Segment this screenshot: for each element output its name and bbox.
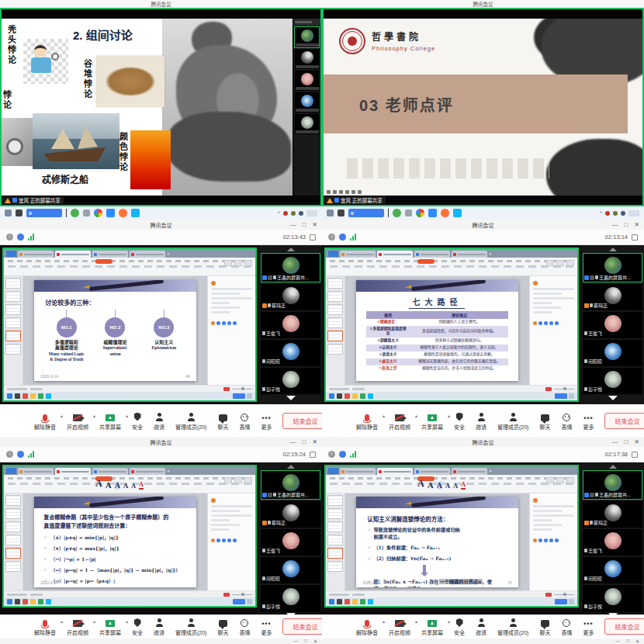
participant-sidebar[interactable]: 王晶的屏幕共... 蔡玛正 王俊飞 问晓晓 彭子悦	[259, 462, 322, 610]
document-tab-active[interactable]	[377, 251, 413, 258]
participant-tile[interactable]: 王俊飞	[261, 312, 320, 338]
zoom-slider[interactable]	[545, 593, 574, 597]
participant-tile[interactable]: 问晓晓	[261, 340, 320, 366]
participant-tile[interactable]: 王俊飞	[583, 312, 642, 338]
start-video-button[interactable]: 开启视频▴	[67, 411, 88, 431]
shield-check-icon[interactable]	[339, 451, 346, 458]
taskbar-app-icon[interactable]	[15, 393, 20, 399]
chat-button[interactable]: 聊天	[539, 617, 550, 636]
minimize-button[interactable]: —	[611, 438, 618, 445]
participant-tile[interactable]: 王晶的屏幕共...	[261, 253, 320, 282]
ribbon-view-buttons[interactable]	[224, 260, 252, 266]
video-options-caret-icon[interactable]: ▴	[415, 618, 417, 624]
firefox-icon[interactable]	[441, 209, 449, 217]
unmute-button[interactable]: 解除静音▴	[34, 411, 56, 431]
document-tab-strip[interactable]: +	[326, 466, 577, 475]
windows-taskbar[interactable]: ^	[0, 206, 322, 220]
participant-sidebar[interactable]: 王晶的屏幕共... 蔡玛正 王俊飞 问晓晓 彭子悦	[581, 245, 644, 404]
fullscreen-icon[interactable]	[632, 234, 638, 241]
taskbar-app-icon[interactable]	[360, 393, 365, 399]
slide-thumbnail-panel[interactable]	[4, 276, 23, 385]
start-icon[interactable]	[329, 393, 334, 399]
taskbar-app-icon[interactable]	[405, 209, 412, 216]
security-button[interactable]: 安全	[132, 617, 143, 636]
emoji-button[interactable]: 表情	[239, 617, 250, 636]
presenter-taskbar[interactable]	[4, 597, 255, 606]
share-screen-button[interactable]: 共享屏幕▴	[99, 411, 121, 431]
slide-thumbnail[interactable]	[327, 535, 343, 545]
slide-thumbnail[interactable]	[5, 291, 21, 302]
search-box[interactable]	[26, 209, 62, 217]
close-button[interactable]: ✕	[312, 221, 317, 228]
slide-thumbnail[interactable]	[327, 521, 343, 532]
start-icon[interactable]	[7, 393, 12, 399]
end-meeting-button[interactable]: 结束会议	[604, 413, 644, 429]
shield-check-icon[interactable]	[339, 234, 346, 241]
end-meeting-button[interactable]: 结束会议	[604, 618, 644, 635]
record-icon[interactable]	[223, 593, 230, 597]
chat-button[interactable]: 聊天	[217, 411, 228, 431]
firefox-icon[interactable]	[119, 209, 127, 217]
close-button[interactable]: ✕	[312, 438, 317, 445]
taskbar-app-icon[interactable]	[368, 393, 373, 399]
share-screen-button[interactable]: 共享屏幕▴	[421, 617, 443, 636]
participant-tile[interactable]: 蔡玛正	[261, 284, 320, 310]
info-icon[interactable]: !	[6, 234, 13, 241]
document-tab[interactable]	[340, 468, 376, 475]
participant-filmstrip[interactable]	[293, 19, 320, 196]
document-tab-active[interactable]	[55, 251, 91, 258]
participant-tile[interactable]: 彭子悦	[583, 368, 642, 394]
chrome-icon[interactable]	[94, 209, 102, 217]
manage-members-button[interactable]: 管理成员(20)	[497, 617, 528, 636]
mic-options-caret-icon[interactable]: ▴	[61, 413, 63, 418]
ribbon-toolbar[interactable]: AAAAAA	[326, 258, 577, 276]
participant-tile[interactable]	[295, 27, 319, 47]
emoji-button[interactable]: 表情	[561, 617, 572, 636]
comment-toolbar[interactable]	[533, 321, 574, 325]
slide-thumbnail[interactable]	[327, 291, 343, 302]
document-tab-active[interactable]	[377, 468, 413, 475]
presenter-taskbar[interactable]	[326, 392, 577, 400]
slide-thumbnail[interactable]	[5, 304, 21, 315]
presenter-taskbar[interactable]	[326, 597, 577, 606]
security-button[interactable]: 安全	[454, 617, 465, 636]
meeting-app-icon[interactable]	[106, 209, 115, 217]
participant-tile[interactable]	[295, 92, 319, 113]
more-button[interactable]: ••• 更多	[583, 411, 594, 431]
wechat-icon[interactable]	[393, 209, 401, 217]
document-tab[interactable]	[452, 251, 487, 258]
ribbon-view-buttons[interactable]	[546, 260, 574, 266]
meeting-app-icon[interactable]	[428, 209, 437, 217]
chat-button[interactable]: 聊天	[539, 411, 550, 431]
video-options-caret-icon[interactable]: ▴	[415, 413, 417, 418]
document-tab[interactable]	[92, 468, 128, 475]
notes-panel[interactable]	[207, 276, 255, 385]
maximize-button[interactable]: □	[302, 438, 306, 445]
notes-panel[interactable]	[529, 276, 577, 385]
start-icon[interactable]	[327, 209, 334, 216]
taskbar-app-icon[interactable]	[83, 209, 90, 216]
ribbon-view-buttons[interactable]	[224, 477, 252, 483]
taskbar-app-icon[interactable]	[16, 209, 23, 216]
info-icon[interactable]: !	[328, 451, 335, 458]
slide-thumbnail[interactable]	[327, 508, 343, 519]
folder-icon[interactable]	[352, 393, 358, 399]
shield-check-icon[interactable]	[17, 451, 24, 458]
slide-thumbnail[interactable]	[327, 495, 343, 506]
document-tab[interactable]	[340, 251, 376, 258]
notes-panel[interactable]	[207, 493, 255, 590]
taskbar-app-icon[interactable]	[46, 393, 51, 399]
participant-tile[interactable]: 问晓晓	[261, 557, 320, 583]
participant-tile[interactable]: 蔡玛正	[583, 284, 642, 310]
window-titlebar[interactable]: 腾讯会议 —□✕	[322, 437, 644, 447]
ribbon-toolbar[interactable]: AAAAAA	[4, 258, 255, 276]
emoji-button[interactable]: 表情	[239, 411, 250, 431]
browser-icon[interactable]	[345, 393, 350, 399]
notes-panel[interactable]	[529, 493, 577, 590]
slide-thumbnail[interactable]	[5, 317, 21, 328]
participant-sidebar[interactable]: 王晶的屏幕共... 蔡玛正 王俊飞 问晓晓 彭子悦	[259, 245, 322, 404]
comment-toolbar[interactable]	[211, 538, 252, 542]
participant-tile[interactable]: 王晶的屏幕共...	[583, 470, 642, 500]
taskbar-app-icon[interactable]	[38, 599, 43, 604]
zoom-slider[interactable]	[223, 593, 252, 597]
